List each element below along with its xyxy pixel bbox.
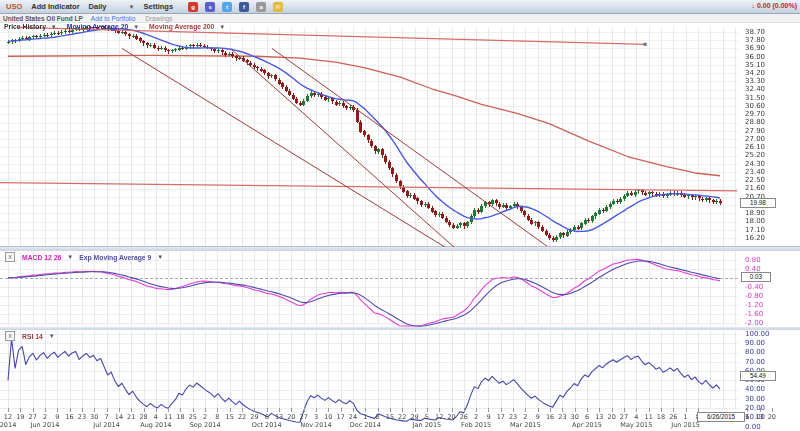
price-change-text: 0.00 (0.00%) [757,2,797,9]
drawings-button[interactable]: Drawings [145,15,172,22]
charting-app: { "toolbar": { "symbol": "USO", "add_ind… [0,0,800,431]
macd-panel-header: X MACD 12 26 ▼ Exp Moving Average 9 ▼ [5,252,163,262]
symbol-label[interactable]: USO [6,2,22,11]
chevron-down-icon: ▼ [49,333,55,339]
down-arrow-icon: ↓ [751,2,755,9]
email-icon[interactable]: ✉ [273,2,283,12]
chevron-down-icon: ▼ [67,254,73,260]
add-indicator-button[interactable]: Add Indicator [31,2,79,11]
chevron-down-icon: ▼ [51,24,57,30]
social-icons: gstfa✉ [181,2,283,12]
rsi-current-box: 54.49 [740,371,776,381]
interval-value: Daily [89,2,107,11]
chevron-down-icon: ▼ [219,24,225,30]
rsi-label[interactable]: RSI 14 [22,333,43,340]
interval-select[interactable]: Daily ▼ [89,2,135,11]
macd-close-button[interactable]: X [5,252,15,262]
chevron-down-icon: ▼ [133,24,139,30]
settings-button[interactable]: Settings [144,2,174,11]
googleplus-icon[interactable]: g [188,2,198,12]
facebook-icon[interactable]: f [239,2,249,12]
macd-signal-label[interactable]: Exp Moving Average 9 [79,254,151,261]
chevron-down-icon: ▼ [129,4,135,10]
price-history-dropdown[interactable]: Price History ▼ [4,23,57,30]
twitter-icon[interactable]: t [222,2,232,12]
price-current-box: 19.98 [740,198,776,208]
price-chart-canvas[interactable] [0,26,800,247]
add-to-portfolio-link[interactable]: Add to Portfolio [91,15,135,22]
macd-panel-canvas[interactable] [0,251,800,327]
top-toolbar: USO Add Indicator Daily ▼ Settings gstfa… [0,0,800,14]
chevron-down-icon: ▼ [157,254,163,260]
company-name: United States Oil Fund LP [3,15,83,22]
macd-label[interactable]: MACD 12 26 [22,254,61,261]
rsi-close-button[interactable]: X [5,331,15,341]
rsi-panel-canvas[interactable] [0,330,800,431]
macd-current-box: 0.03 [741,272,771,282]
lock-icon[interactable]: a [256,2,266,12]
stocktwits-icon[interactable]: s [205,2,215,12]
indicator-legend-row: Price History ▼ Moving Average 20 ▼ Movi… [4,22,235,30]
price-change: ↓ 0.00 (0.00%) [751,2,797,9]
ma200-dropdown[interactable]: Moving Average 200 ▼ [149,23,225,30]
ma20-dropdown[interactable]: Moving Average 20 ▼ [67,23,139,30]
rsi-panel-header: X RSI 14 ▼ [5,331,55,341]
date-current-box: 6/26/2015 [697,412,745,422]
